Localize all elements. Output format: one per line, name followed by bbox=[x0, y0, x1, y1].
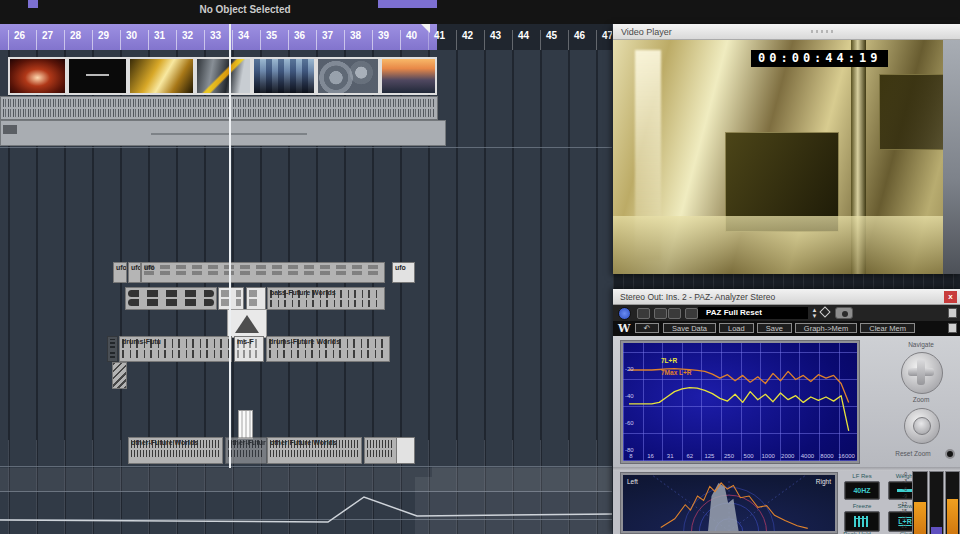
preset-spinner[interactable]: ▲▼ bbox=[811, 307, 818, 319]
bypass-button[interactable] bbox=[637, 308, 650, 319]
clip-label: other-Future Worlds bbox=[131, 439, 198, 446]
close-icon[interactable]: x bbox=[944, 291, 957, 303]
level-meter-right bbox=[945, 471, 960, 534]
snapshot-icon[interactable] bbox=[835, 307, 853, 319]
level-meter-mid bbox=[929, 471, 944, 534]
reset-zoom-label: Reset Zoom bbox=[881, 450, 945, 457]
meter-fill bbox=[947, 499, 958, 534]
meter-scale--0: -0 bbox=[897, 471, 907, 477]
freq-tick-1000: 1000 bbox=[759, 453, 777, 459]
clip-label: other Future Worlds bbox=[270, 439, 337, 446]
trace-lr bbox=[629, 388, 849, 431]
clip-label: drums-Future Worlds bbox=[269, 338, 340, 345]
freq-tick-16000: 16000 bbox=[838, 453, 856, 459]
freq-tick-8: 8 bbox=[623, 453, 640, 459]
clip-label: ufo bbox=[131, 264, 141, 271]
freeze-button[interactable] bbox=[844, 511, 880, 532]
daw-screen: No Object Selected 262728293031323334353… bbox=[0, 0, 960, 534]
freq-tick-250: 250 bbox=[720, 453, 738, 459]
video-thumbnail[interactable] bbox=[128, 57, 195, 95]
drag-dots bbox=[811, 30, 833, 33]
paz-title: Stereo Out: Ins. 2 - PAZ- Analyzer Stere… bbox=[620, 292, 775, 302]
meter-scale: -0-3-6-9-12-15-18-21 bbox=[897, 471, 911, 534]
zoom-knob[interactable] bbox=[904, 408, 940, 444]
clip-label: ufo bbox=[144, 264, 155, 271]
playhead-cursor[interactable] bbox=[229, 24, 231, 468]
freeze-label: Freeze bbox=[842, 503, 882, 509]
meter-fill bbox=[914, 502, 926, 534]
freq-tick-4000: 4000 bbox=[798, 453, 816, 459]
paz-bottom-section: Left Right LF Res 40HZ Weight Freeze Sho… bbox=[613, 471, 960, 534]
stereo-position-bezel: Left Right bbox=[620, 472, 838, 534]
video-frame: 00:00:44:19 bbox=[613, 40, 960, 274]
video-thumbnail[interactable] bbox=[252, 57, 316, 95]
window-edge-button[interactable] bbox=[948, 308, 957, 318]
window-edge-button[interactable] bbox=[948, 323, 957, 333]
power-icon[interactable] bbox=[618, 307, 631, 320]
lf-res-button[interactable]: 40HZ bbox=[844, 481, 880, 500]
freq-tick-8000: 8000 bbox=[818, 453, 836, 459]
meter-scale--6: -6 bbox=[897, 486, 907, 492]
graph-mem-button[interactable]: Graph->Mem bbox=[795, 323, 857, 333]
clip-label: ms-F bbox=[237, 338, 254, 345]
waves-logo: W bbox=[618, 322, 630, 335]
freq-tick-2000: 2000 bbox=[779, 453, 797, 459]
video-shelf bbox=[943, 40, 960, 274]
stereo-position-display: Left Right bbox=[623, 475, 835, 531]
clip-label: drums-Futu bbox=[122, 338, 161, 345]
video-player-title: Video Player bbox=[621, 27, 672, 37]
paz-button-toolbar: W ↶ Save DataLoadSaveGraph->MemClear Mem bbox=[613, 321, 960, 336]
paz-titlebar[interactable]: Stereo Out: Ins. 2 - PAZ- Analyzer Stere… bbox=[613, 289, 960, 305]
video-thumbnail[interactable] bbox=[8, 57, 67, 95]
preset-field[interactable]: PAZ Full Reset bbox=[698, 307, 808, 319]
freq-tick-16: 16 bbox=[642, 453, 660, 459]
polar-left-label: Left bbox=[627, 478, 638, 485]
navigate-label: Navigate bbox=[891, 341, 951, 348]
navigate-v-bar bbox=[917, 359, 925, 385]
background-strip bbox=[613, 274, 960, 289]
lf-res-label: LF Res bbox=[842, 473, 882, 479]
paz-header-toolbar: PAZ Full Reset ▲▼ bbox=[613, 305, 960, 321]
db-tick--20: -20 bbox=[625, 366, 634, 372]
meter-scale--18: -18 bbox=[897, 515, 907, 521]
polar-graphics bbox=[623, 475, 835, 531]
video-thumbnail[interactable] bbox=[316, 57, 380, 95]
db-tick--60: -60 bbox=[625, 420, 634, 426]
load-button[interactable]: Load bbox=[719, 323, 754, 333]
compare-icon[interactable] bbox=[819, 306, 830, 317]
navigate-control[interactable] bbox=[901, 352, 943, 394]
freq-tick-31: 31 bbox=[661, 453, 679, 459]
read-button[interactable] bbox=[654, 308, 667, 319]
video-thumbnail[interactable] bbox=[195, 57, 252, 95]
save-data-button[interactable]: Save Data bbox=[663, 323, 716, 333]
video-thumbnail[interactable] bbox=[380, 57, 437, 95]
reset-zoom-button[interactable] bbox=[945, 449, 955, 459]
clip-label: bass-Future Worlds bbox=[270, 289, 336, 296]
save-button[interactable]: Save bbox=[757, 323, 792, 333]
meter-scale--12: -12 bbox=[897, 501, 907, 507]
preset-browser-button[interactable] bbox=[685, 308, 698, 319]
polar-right-label: Right bbox=[816, 478, 831, 485]
freq-tick-500: 500 bbox=[740, 453, 758, 459]
paz-buttons: Save DataLoadSaveGraph->MemClear Mem bbox=[663, 323, 915, 333]
timecode-display: 00:00:44:19 bbox=[751, 50, 888, 67]
clear-mem-button[interactable]: Clear Mem bbox=[860, 323, 915, 333]
write-button[interactable] bbox=[668, 308, 681, 319]
video-thumbnail[interactable] bbox=[67, 57, 128, 95]
zoom-knob-cap bbox=[913, 417, 931, 435]
paz-body: 7L+R 7Max L+R -20-40-60-8081631621252505… bbox=[613, 336, 960, 467]
trace-max-lr bbox=[629, 369, 849, 403]
meter-fill bbox=[931, 527, 942, 534]
video-player-titlebar[interactable]: Video Player bbox=[613, 24, 960, 40]
clip-label: ufo bbox=[395, 264, 406, 271]
freq-tick-62: 62 bbox=[681, 453, 699, 459]
freq-tick-125: 125 bbox=[700, 453, 718, 459]
spectrum-graph-bezel: 7L+R 7Max L+R -20-40-60-8081631621252505… bbox=[620, 340, 860, 464]
video-track bbox=[0, 0, 612, 534]
hand-icon bbox=[854, 516, 868, 527]
meter-scale--9: -9 bbox=[897, 493, 907, 499]
db-tick--40: -40 bbox=[625, 393, 634, 399]
spectrum-graph: 7L+R 7Max L+R -20-40-60-8081631621252505… bbox=[623, 343, 857, 461]
video-player-window: Video Player 00:00:44:19 bbox=[613, 24, 960, 274]
undo-button[interactable]: ↶ bbox=[635, 323, 659, 333]
